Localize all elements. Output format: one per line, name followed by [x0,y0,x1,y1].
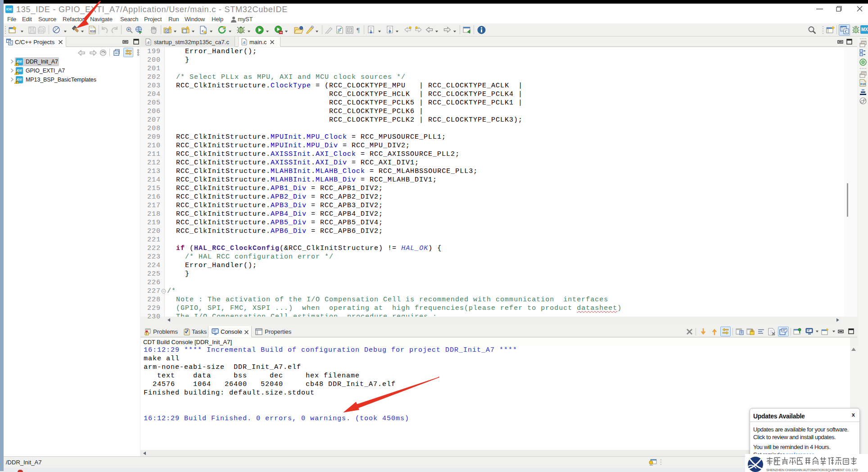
svg-text:C: C [845,29,848,34]
svg-text:.c: .c [147,40,150,45]
svg-text:C: C [9,41,12,45]
svg-text:010: 010 [860,82,866,86]
svg-text:C: C [166,30,168,33]
svg-text:010: 010 [90,29,96,33]
svg-text:¶: ¶ [357,27,360,34]
svg-text:.c: .c [243,40,246,45]
